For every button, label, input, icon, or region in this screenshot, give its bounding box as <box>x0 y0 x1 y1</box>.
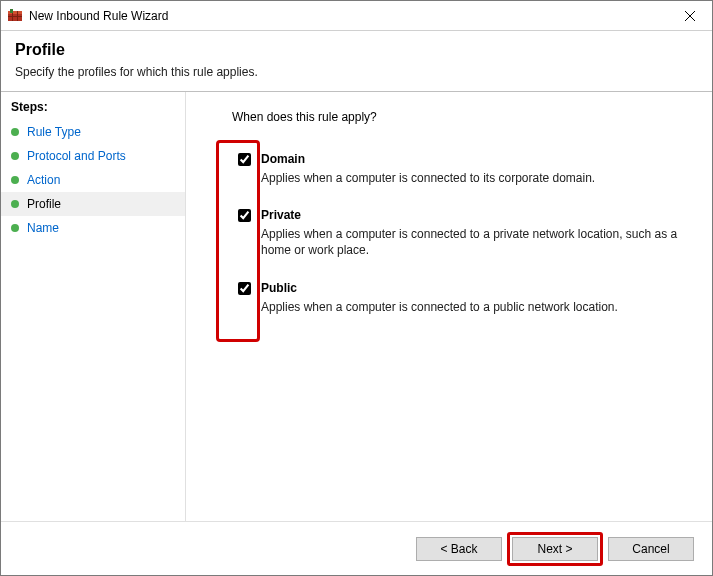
question-text: When does this rule apply? <box>232 110 692 124</box>
option-private-row[interactable]: Private <box>238 208 692 222</box>
wizard-window: New Inbound Rule Wizard Profile Specify … <box>0 0 713 576</box>
option-public: Public Applies when a computer is connec… <box>238 281 692 315</box>
next-button[interactable]: Next > <box>512 537 598 561</box>
profile-options: Domain Applies when a computer is connec… <box>226 152 692 315</box>
cancel-button[interactable]: Cancel <box>608 537 694 561</box>
svg-rect-2 <box>8 16 22 17</box>
step-label: Profile <box>27 197 61 211</box>
step-name[interactable]: Name <box>1 216 185 240</box>
option-domain-desc: Applies when a computer is connected to … <box>261 170 692 186</box>
option-public-desc: Applies when a computer is connected to … <box>261 299 692 315</box>
wizard-main: When does this rule apply? Domain Applie… <box>186 92 712 521</box>
step-label: Name <box>27 221 59 235</box>
step-bullet-icon <box>11 152 19 160</box>
svg-rect-4 <box>17 11 18 21</box>
checkbox-public[interactable] <box>238 282 251 295</box>
firewall-icon <box>7 8 23 24</box>
step-action[interactable]: Action <box>1 168 185 192</box>
wizard-body: Steps: Rule Type Protocol and Ports Acti… <box>1 91 712 521</box>
step-bullet-icon <box>11 176 19 184</box>
checkbox-domain[interactable] <box>238 153 251 166</box>
steps-sidebar: Steps: Rule Type Protocol and Ports Acti… <box>1 92 186 521</box>
step-bullet-icon <box>11 200 19 208</box>
step-label: Rule Type <box>27 125 81 139</box>
step-protocol-ports[interactable]: Protocol and Ports <box>1 144 185 168</box>
window-title: New Inbound Rule Wizard <box>29 9 667 23</box>
steps-heading: Steps: <box>1 96 185 120</box>
checkbox-private[interactable] <box>238 209 251 222</box>
page-title: Profile <box>15 41 698 59</box>
step-rule-type[interactable]: Rule Type <box>1 120 185 144</box>
step-label: Protocol and Ports <box>27 149 126 163</box>
option-public-row[interactable]: Public <box>238 281 692 295</box>
option-domain: Domain Applies when a computer is connec… <box>238 152 692 186</box>
option-private-desc: Applies when a computer is connected to … <box>261 226 692 258</box>
option-domain-label: Domain <box>261 152 305 166</box>
wizard-header: Profile Specify the profiles for which t… <box>1 31 712 91</box>
close-button[interactable] <box>667 1 712 31</box>
highlight-next: Next > <box>512 537 598 561</box>
option-domain-row[interactable]: Domain <box>238 152 692 166</box>
step-label: Action <box>27 173 60 187</box>
option-public-label: Public <box>261 281 297 295</box>
title-bar: New Inbound Rule Wizard <box>1 1 712 31</box>
option-private: Private Applies when a computer is conne… <box>238 208 692 258</box>
wizard-footer: < Back Next > Cancel <box>1 521 712 575</box>
step-bullet-icon <box>11 128 19 136</box>
back-button[interactable]: < Back <box>416 537 502 561</box>
step-bullet-icon <box>11 224 19 232</box>
step-profile[interactable]: Profile <box>1 192 185 216</box>
close-icon <box>685 11 695 21</box>
page-subtitle: Specify the profiles for which this rule… <box>15 65 698 79</box>
option-private-label: Private <box>261 208 301 222</box>
